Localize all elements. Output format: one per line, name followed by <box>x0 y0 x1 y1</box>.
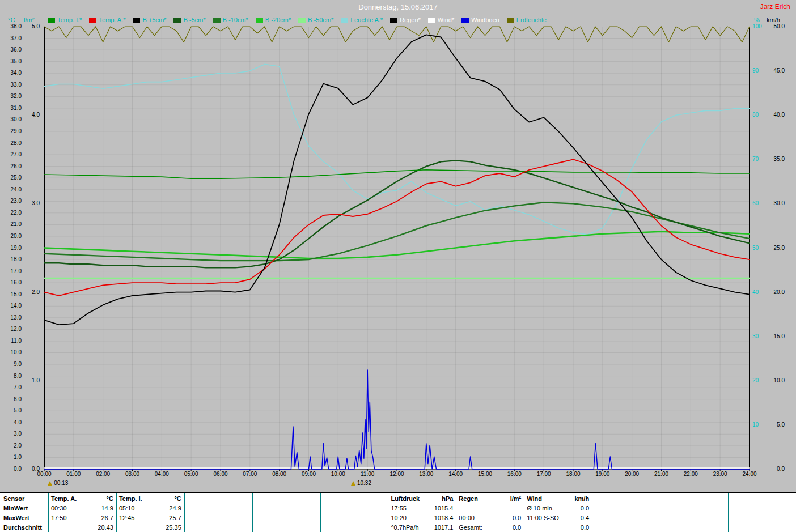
tick-time: 18:00 <box>561 471 586 477</box>
axis-marker: 10:32 <box>351 480 371 486</box>
table-cell-time: Ø 10 min. <box>524 505 564 512</box>
tick-time: 17:00 <box>531 471 556 477</box>
b_p5-marker-icon <box>133 18 140 23</box>
tick-kmh: 40.0 <box>767 112 785 118</box>
table-group-empty <box>252 493 320 532</box>
table-col-unit: l/m² <box>496 495 524 502</box>
table-cell-value: 0.0 <box>496 524 524 531</box>
table-col-unit: °C <box>88 495 116 502</box>
table-cell-value: 26.7 <box>88 514 116 521</box>
tick-celsius: 9.0 <box>3 361 22 367</box>
tick-time: 08:00 <box>267 471 292 477</box>
table-cell-value: 1018.4 <box>427 514 456 521</box>
tick-kmh: 45.0 <box>767 68 785 74</box>
tick-time: 13:00 <box>414 471 439 477</box>
legend-item-b_m20: B -20cm* <box>256 16 291 23</box>
table-cell-time: 00:30 <box>49 505 88 512</box>
tick-celsius: 15.0 <box>3 292 22 297</box>
tick-time: 03:00 <box>120 471 145 477</box>
table-group-empty <box>320 493 388 532</box>
legend-label: Temp. I.* <box>57 16 82 23</box>
erdfeuchte-marker-icon <box>507 18 514 23</box>
tick-celsius: 30.0 <box>3 117 22 122</box>
tick-celsius: 29.0 <box>3 129 22 134</box>
tick-time: 05:00 <box>179 471 204 477</box>
table-group-temp-i-: Temp. I.°C05:1024.912:4525.725.35 <box>116 493 184 532</box>
tick-lm2: 4.0 <box>25 112 40 118</box>
tick-percent: 50 <box>752 245 759 251</box>
table-group-empty <box>592 493 660 532</box>
tick-percent: 10 <box>752 422 759 428</box>
tick-time: 09:00 <box>297 471 321 477</box>
tick-percent: 60 <box>752 201 759 206</box>
tick-celsius: 38.0 <box>3 24 22 29</box>
tick-celsius: 18.0 <box>3 257 22 262</box>
table-cell-value: 0.0 <box>496 514 524 521</box>
windboeen-marker-icon <box>461 18 469 23</box>
b_m5-marker-icon <box>173 18 181 23</box>
table-cell-time: Gesamt: <box>456 524 496 531</box>
temp_a-marker-icon <box>89 18 96 23</box>
table-cell-time: 05:10 <box>117 505 156 512</box>
table-cell-value: 25.35 <box>156 524 184 531</box>
table-cell-value: 1017.1 <box>427 524 456 531</box>
b_m50-marker-icon <box>298 18 306 23</box>
tick-time: 15:00 <box>473 471 498 477</box>
tick-kmh: 15.0 <box>767 334 785 339</box>
tick-celsius: 33.0 <box>3 82 22 88</box>
table-group-temp-a-: Temp. A.°C00:3014.917:5026.720.43 <box>48 493 116 532</box>
tick-percent: 100 <box>752 24 762 29</box>
tick-kmh: 20.0 <box>767 290 785 295</box>
tick-time: 11:00 <box>355 471 380 477</box>
tick-celsius: 14.0 <box>3 303 22 309</box>
b_m10-marker-icon <box>213 18 221 23</box>
table-cell-value: 25.7 <box>156 514 184 521</box>
legend-label: B -50cm* <box>308 16 333 23</box>
table-col-name: Regen <box>456 495 496 502</box>
legend-item-wind: Wind* <box>428 16 454 23</box>
legend-label: Erdfeuchte <box>516 16 547 23</box>
tick-time: 04:00 <box>149 471 174 477</box>
table-group-empty <box>184 493 252 532</box>
table-row-label: MaxWert <box>0 513 48 522</box>
tick-time: 24:00 <box>737 471 762 477</box>
table-group-regen: Regenl/m²00:000.0Gesamt:0.0 <box>456 493 524 532</box>
tick-celsius: 27.0 <box>3 152 22 158</box>
tick-celsius: 25.0 <box>3 175 22 181</box>
summary-table: SensorMinWertMaxWertDurchschnittTemp. A.… <box>0 492 796 532</box>
tick-kmh: 0.0 <box>767 466 785 472</box>
table-col-name: Luftdruck <box>388 495 427 502</box>
table-col-name: Wind <box>524 495 564 502</box>
tick-celsius: 20.0 <box>3 233 22 239</box>
tick-celsius: 17.0 <box>3 269 22 274</box>
tick-percent: 90 <box>752 68 759 74</box>
table-row-label: Sensor <box>0 493 48 503</box>
tick-celsius: 36.0 <box>3 47 22 53</box>
tick-kmh: 30.0 <box>767 201 785 206</box>
tick-celsius: 34.0 <box>3 70 22 76</box>
table-cell-value: 0.4 <box>564 514 592 521</box>
feuchte_a-marker-icon <box>341 18 348 23</box>
regen-marker-icon <box>390 18 397 23</box>
table-cell-time: ^0.7hPa/h <box>388 524 427 531</box>
tick-kmh: 50.0 <box>767 24 785 29</box>
tick-percent: 20 <box>752 378 759 384</box>
table-row-label: Durchschnitt <box>0 522 48 532</box>
tick-time: 06:00 <box>208 471 233 477</box>
table-row-label: MinWert <box>0 503 48 513</box>
tick-celsius: 7.0 <box>3 385 22 390</box>
tick-celsius: 24.0 <box>3 187 22 193</box>
legend-item-windboeen: Windböen <box>461 16 499 23</box>
marker-time: 00:13 <box>54 480 68 486</box>
table-cell-time: 00:00 <box>456 514 496 521</box>
tick-time: 16:00 <box>502 471 527 477</box>
tick-percent: 80 <box>752 112 759 118</box>
tick-time: 02:00 <box>91 471 116 477</box>
tick-celsius: 10.0 <box>3 350 22 355</box>
legend-item-b_m5: B -5cm* <box>173 16 205 23</box>
legend-item-b_m10: B -10cm* <box>213 16 248 23</box>
table-group-empty <box>660 493 728 532</box>
legend-item-temp_i: Temp. I.* <box>48 16 82 23</box>
legend-label: B -5cm* <box>183 16 205 23</box>
tick-celsius: 35.0 <box>3 59 22 65</box>
